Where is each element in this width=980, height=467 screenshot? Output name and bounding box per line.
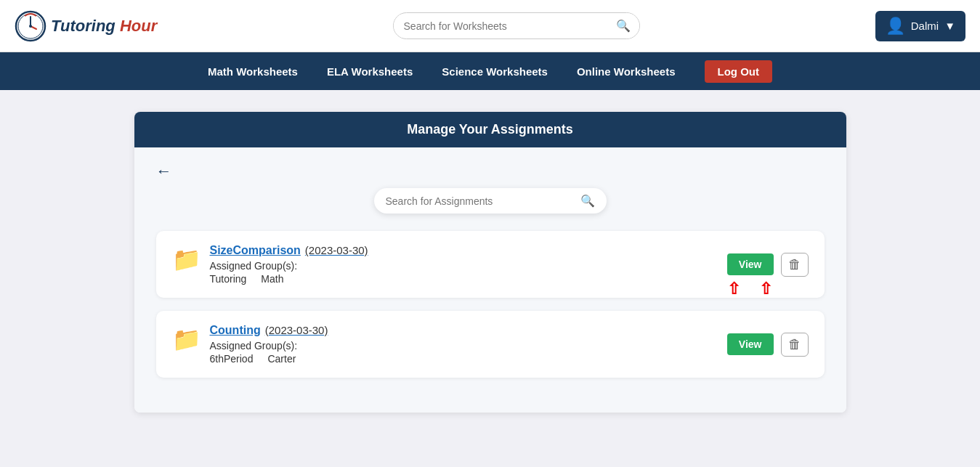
user-name: Dalmi	[911, 20, 939, 32]
card-actions-2: View 🗑	[727, 333, 809, 357]
worksheet-search-button[interactable]: 🔍	[607, 13, 639, 38]
group-tutoring: Tutoring	[210, 273, 247, 285]
group-math: Math	[261, 273, 283, 285]
assigned-label-2: Assigned Group(s):	[210, 340, 328, 352]
assignment-search-bar[interactable]: 🔍	[374, 188, 607, 214]
view-button-2[interactable]: View	[727, 333, 774, 355]
main-nav: Math Worksheets ELA Worksheets Science W…	[0, 52, 980, 90]
content-body: ← 🔍 📁 SizeComparison(2023-03-30) Assigne…	[134, 147, 846, 413]
logo-tutoring: Tutoring	[51, 17, 116, 35]
arrow-left: ⇧	[727, 281, 740, 297]
logo-clock-icon	[15, 10, 46, 42]
card-left-1: 📁 SizeComparison(2023-03-30) Assigned Gr…	[172, 244, 368, 285]
assigned-label-1: Assigned Group(s):	[210, 260, 368, 272]
logo[interactable]: Tutoring Hour	[15, 10, 157, 42]
card-info-2: Counting(2023-03-30) Assigned Group(s): …	[210, 324, 328, 365]
back-button[interactable]: ←	[156, 162, 172, 181]
group-carter: Carter	[267, 353, 296, 365]
user-dropdown-icon: ▼	[944, 20, 955, 32]
card-actions-1: View 🗑 ⇧ ⇧	[727, 253, 809, 277]
user-menu[interactable]: 👤 Dalmi ▼	[875, 11, 965, 41]
nav-online-worksheets[interactable]: Online Worksheets	[577, 65, 676, 78]
delete-button-2[interactable]: 🗑	[781, 333, 809, 357]
assignment-name-1[interactable]: SizeComparison(2023-03-30)	[210, 244, 368, 257]
card-info-1: SizeComparison(2023-03-30) Assigned Grou…	[210, 244, 368, 285]
groups-1: Tutoring Math	[210, 273, 368, 285]
nav-ela-worksheets[interactable]: ELA Worksheets	[327, 65, 413, 78]
folder-icon-2: 📁	[172, 325, 201, 353]
assignment-card: 📁 SizeComparison(2023-03-30) Assigned Gr…	[156, 231, 825, 298]
nav-science-worksheets[interactable]: Science Worksheets	[442, 65, 548, 78]
view-button-1[interactable]: View	[727, 253, 774, 275]
logout-button[interactable]: Log Out	[705, 60, 772, 83]
manage-assignments-panel: Manage Your Assignments ← 🔍 📁 SizeCompar…	[134, 112, 846, 413]
folder-icon-1: 📁	[172, 245, 201, 273]
group-6thperiod: 6thPeriod	[210, 353, 254, 365]
annotation-arrows: ⇧ ⇧	[727, 281, 772, 297]
arrow-right: ⇧	[759, 281, 772, 297]
svg-point-4	[29, 25, 32, 28]
groups-2: 6thPeriod Carter	[210, 353, 328, 365]
worksheet-search-bar[interactable]: 🔍	[393, 12, 640, 39]
worksheet-search-input[interactable]	[394, 15, 607, 38]
manage-title: Manage Your Assignments	[134, 112, 846, 147]
assignment-name-2[interactable]: Counting(2023-03-30)	[210, 324, 328, 337]
assignment-search-input[interactable]	[386, 195, 575, 207]
card-left-2: 📁 Counting(2023-03-30) Assigned Group(s)…	[172, 324, 328, 365]
assignment-search-icon[interactable]: 🔍	[580, 194, 595, 208]
page-header: Tutoring Hour 🔍 👤 Dalmi ▼	[0, 0, 980, 52]
assignment-card-2: 📁 Counting(2023-03-30) Assigned Group(s)…	[156, 311, 825, 378]
logo-hour: Hour	[120, 17, 157, 35]
nav-math-worksheets[interactable]: Math Worksheets	[208, 65, 298, 78]
delete-button-1[interactable]: 🗑	[781, 253, 809, 277]
assignment-search-wrap: 🔍	[156, 188, 825, 214]
user-avatar-icon: 👤	[886, 17, 905, 36]
